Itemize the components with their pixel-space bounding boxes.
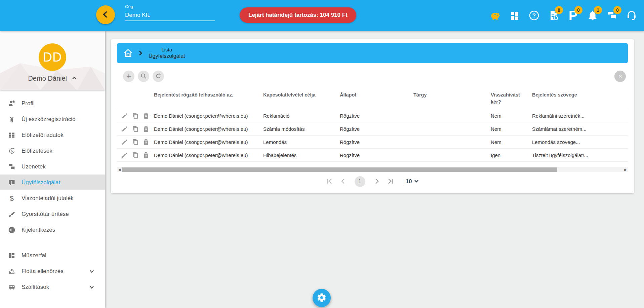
- breadcrumb-line2: Ügyfélszolgálat: [149, 53, 185, 60]
- cell-text: Számlámat szeretném...: [532, 122, 626, 136]
- chevron-up-icon: [69, 75, 77, 82]
- sidebar-item-flotta-ellenorzes[interactable]: Flotta ellenőrzés: [0, 263, 105, 279]
- device-signal-icon: [7, 115, 16, 124]
- sidebar-item-uzenetek[interactable]: Üzenetek: [0, 159, 105, 175]
- page-size-select[interactable]: 10: [406, 178, 419, 185]
- cell-callback: Nem: [491, 122, 531, 136]
- current-page[interactable]: 1: [355, 176, 365, 187]
- chevron-right-icon: [137, 50, 144, 56]
- overdue-debt-alert[interactable]: Lejárt határidejű tartozás: 104 910 Ft: [240, 7, 356, 23]
- delete-icon[interactable]: [143, 139, 150, 146]
- breadcrumb-line1: Lista: [161, 47, 172, 53]
- last-page-button[interactable]: [386, 178, 394, 186]
- refresh-icon: [155, 73, 161, 80]
- sidebar-item-muszerfal[interactable]: Műszerfal: [0, 247, 105, 263]
- scrollbar-thumb[interactable]: [122, 167, 557, 172]
- help-icon[interactable]: ?: [528, 9, 540, 22]
- back-button[interactable]: [96, 5, 115, 24]
- table-row[interactable]: Demo Dániel (csongor.peter@whereis.eu) H…: [117, 149, 628, 162]
- breadcrumb-text: Lista Ügyfélszolgálat: [149, 47, 185, 60]
- messages-icon[interactable]: 0: [606, 9, 618, 22]
- sidebar-item-viszonteladoi-jutalek[interactable]: $ Viszonteladói jutalék: [0, 190, 105, 206]
- edit-icon[interactable]: [121, 152, 128, 159]
- parking-icon[interactable]: P 0: [567, 9, 579, 22]
- cell-text: Tisztelt ügyfélszolgálat!...: [532, 149, 626, 162]
- pagination: 1 10: [111, 175, 634, 188]
- sidebar-item-label: Előfizetői adatok: [22, 132, 64, 139]
- chat-bubbles-icon: [7, 162, 16, 171]
- home-icon[interactable]: [123, 48, 133, 58]
- avatar[interactable]: DD: [39, 43, 66, 71]
- sidebar-item-label: Kijelentkezés: [22, 227, 55, 233]
- company-input[interactable]: [125, 11, 215, 21]
- scroll-left-arrow[interactable]: ◀: [117, 167, 122, 172]
- sidebar-item-label: Szállítások: [22, 284, 49, 291]
- refresh-button[interactable]: [153, 71, 164, 82]
- support-headset-icon[interactable]: [625, 9, 638, 22]
- column-header: Visszahívást kér?: [491, 91, 528, 106]
- delete-icon[interactable]: [143, 125, 150, 132]
- scroll-right-arrow[interactable]: ▶: [623, 167, 628, 172]
- sidebar-item-label: Ügyfélszolgálat: [22, 179, 60, 186]
- sidebar: DD Demo Dániel Profil: [0, 31, 105, 308]
- cell-subject: [413, 122, 487, 136]
- sidebar-item-kijelentkezes[interactable]: Kijelentkezés: [0, 222, 105, 238]
- sidebar-item-elofizetesek[interactable]: $ Előfizetések: [0, 143, 105, 159]
- user-name-toggle[interactable]: Demo Dániel: [0, 75, 105, 82]
- apps-grid-icon[interactable]: [508, 9, 521, 22]
- sidebar-item-szallitasok[interactable]: Szállítások: [0, 279, 105, 295]
- notifications-bell-icon[interactable]: 1: [586, 9, 599, 22]
- currency-refresh-icon: $: [7, 147, 16, 155]
- cell-text: Reklamálni szeretnék...: [532, 109, 626, 122]
- cell-purpose: Lemondás: [263, 136, 337, 149]
- app-root: Cég Lejárt határidejű tartozás: 104 910 …: [0, 0, 644, 308]
- sidebar-item-uj-eszkozregisztracio[interactable]: Új eszközregisztráció: [0, 111, 105, 127]
- table-row[interactable]: Demo Dániel (csongor.peter@whereis.eu) R…: [117, 109, 628, 122]
- sidebar-item-label: Gyorsítótár ürítése: [22, 211, 69, 218]
- delete-icon[interactable]: [143, 152, 150, 159]
- sidebar-item-profil[interactable]: Profil: [0, 95, 105, 111]
- chevron-down-icon[interactable]: [89, 268, 95, 274]
- previous-page-button[interactable]: [339, 178, 347, 186]
- edit-icon[interactable]: [121, 139, 128, 146]
- table-row[interactable]: Demo Dániel (csongor.peter@whereis.eu) L…: [117, 136, 628, 149]
- chevron-down-icon[interactable]: [89, 284, 95, 290]
- horizontal-scrollbar[interactable]: ◀ ▶: [117, 167, 628, 172]
- content-card: Lista Ügyfélszolgálat + × Bejelentést: [111, 39, 634, 193]
- add-button[interactable]: +: [123, 71, 134, 82]
- edit-icon[interactable]: [121, 125, 128, 132]
- logout-icon: [7, 226, 16, 234]
- document-history-icon[interactable]: 0: [547, 9, 560, 22]
- cell-status: Rögzítve: [340, 122, 410, 136]
- copy-icon[interactable]: [132, 112, 139, 119]
- piggy-bank-icon[interactable]: [489, 9, 501, 22]
- sidebar-item-label: Üzenetek: [22, 163, 46, 170]
- sidebar-item-elofizetoi-adatok[interactable]: Előfizetői adatok: [0, 127, 105, 143]
- chevron-left-icon: [101, 10, 110, 20]
- user-name: Demo Dániel: [28, 75, 67, 82]
- cell-text: Lemondás szövege...: [532, 136, 626, 149]
- bus-icon: [7, 283, 16, 292]
- close-button[interactable]: ×: [614, 71, 626, 82]
- table-row[interactable]: Demo Dániel (csongor.peter@whereis.eu) S…: [117, 122, 628, 136]
- copy-icon[interactable]: [132, 125, 139, 132]
- page-size-value: 10: [406, 178, 412, 185]
- sidebar-item-ugyfelszolgalat[interactable]: Ügyfélszolgálat: [0, 175, 105, 190]
- profile-block: DD Demo Dániel: [0, 31, 105, 90]
- settings-fab[interactable]: [313, 289, 331, 307]
- sidebar-item-gyorsitotar-uritese[interactable]: Gyorsítótár ürítése: [0, 206, 105, 222]
- search-icon: [140, 73, 147, 80]
- first-page-button[interactable]: [326, 178, 334, 186]
- delete-icon[interactable]: [143, 112, 150, 119]
- sidebar-item-label: Flotta ellenőrzés: [22, 268, 64, 275]
- cell-user: Demo Dániel (csongor.peter@whereis.eu): [154, 109, 261, 122]
- copy-icon[interactable]: [132, 139, 139, 146]
- next-page-button[interactable]: [373, 178, 381, 186]
- edit-icon[interactable]: [121, 112, 128, 119]
- person-gear-icon: [7, 99, 16, 108]
- copy-icon[interactable]: [132, 152, 139, 159]
- messages-badge: 0: [613, 6, 621, 14]
- column-header: Állapot: [340, 91, 410, 99]
- row-actions: [121, 136, 150, 149]
- search-button[interactable]: [138, 71, 149, 82]
